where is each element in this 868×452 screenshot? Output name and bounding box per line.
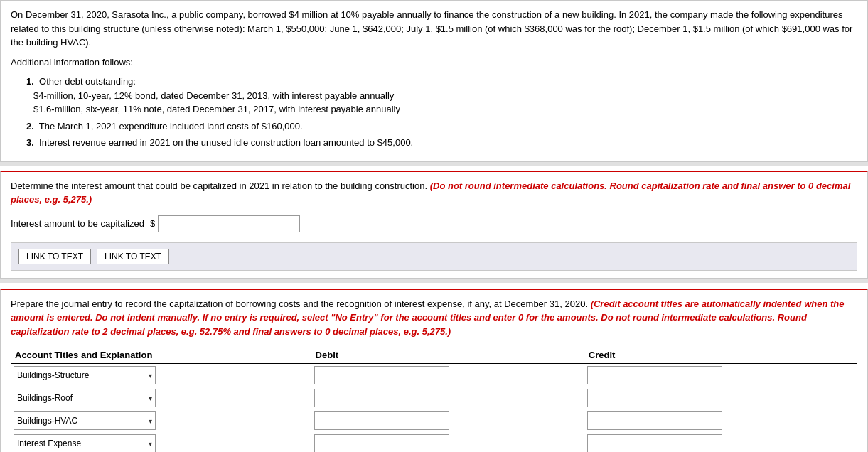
list-item-3: 3. Interest revenue earned in 2021 on th… (26, 136, 857, 150)
credit-input-1[interactable] (587, 389, 722, 407)
item-1-label: Other debt outstanding: (39, 76, 136, 87)
credit-input-2[interactable] (587, 411, 722, 430)
item-3-number: 3. (26, 137, 34, 148)
account-select-0[interactable]: Buildings-Structure (17, 370, 147, 380)
table-row: Buildings-Roof▾ (11, 387, 857, 409)
credit-cell-2 (584, 409, 857, 432)
main-paragraph: On December 31, 2020, Sarasota Inc., a p… (11, 8, 857, 50)
bottom-instruction-normal: Prepare the journal entry to record the … (11, 298, 588, 309)
additional-label: Additional information follows: (11, 55, 857, 70)
debit-cell-2 (311, 409, 584, 432)
sub-line-1: $4-million, 10-year, 12% bond, dated Dec… (33, 89, 857, 103)
middle-instruction-normal: Determine the interest amount that could… (11, 181, 427, 191)
chevron-down-icon: ▾ (149, 394, 152, 402)
sub-line-2: $1.6-million, six-year, 11% note, dated … (33, 102, 857, 117)
account-select-3[interactable]: Interest Expense (17, 438, 147, 448)
interest-row: Interest amount to be capitalized $ (11, 215, 857, 232)
item-3-label: Interest revenue earned in 2021 on the u… (39, 137, 413, 148)
journal-table: Account Titles and Explanation Debit Cre… (11, 347, 857, 452)
link-to-text-button-1[interactable]: LINK TO TEXT (18, 249, 91, 264)
table-row: Interest Expense▾ (11, 432, 857, 452)
credit-input-0[interactable] (587, 366, 722, 384)
credit-cell-0 (584, 364, 857, 387)
chevron-down-icon: ▾ (149, 417, 152, 425)
credit-cell-1 (584, 387, 857, 409)
account-cell-1: Buildings-Roof▾ (11, 387, 311, 409)
col-header-account: Account Titles and Explanation (11, 347, 311, 364)
interest-label: Interest amount to be capitalized (11, 218, 144, 229)
link-to-text-button-2[interactable]: LINK TO TEXT (97, 249, 169, 264)
select-wrapper-0[interactable]: Buildings-Structure▾ (14, 366, 156, 384)
list-item-1: 1. Other debt outstanding: $4-million, 1… (26, 75, 857, 117)
account-cell-2: Buildings-HVAC▾ (11, 409, 311, 432)
middle-instruction: Determine the interest amount that could… (11, 179, 857, 207)
debit-cell-0 (311, 364, 584, 387)
col-header-credit: Credit (584, 347, 857, 364)
bottom-instruction: Prepare the journal entry to record the … (11, 297, 857, 339)
middle-section: Determine the interest amount that could… (0, 171, 868, 279)
select-wrapper-1[interactable]: Buildings-Roof▾ (14, 389, 156, 407)
divider-1 (0, 162, 868, 166)
debit-input-0[interactable] (314, 366, 449, 384)
account-cell-3: Interest Expense▾ (11, 432, 311, 452)
debit-input-2[interactable] (314, 411, 449, 430)
list-item-2: 2. The March 1, 2021 expenditure include… (26, 119, 857, 134)
table-row: Buildings-Structure▾ (11, 364, 857, 387)
chevron-down-icon: ▾ (149, 372, 152, 380)
top-section: On December 31, 2020, Sarasota Inc., a p… (0, 0, 868, 162)
item-2-label: The March 1, 2021 expenditure included l… (39, 121, 303, 131)
page-wrapper: On December 31, 2020, Sarasota Inc., a p… (0, 0, 868, 452)
table-header-row: Account Titles and Explanation Debit Cre… (11, 347, 857, 364)
divider-2 (0, 279, 868, 283)
debit-cell-1 (311, 387, 584, 409)
col-header-debit: Debit (311, 347, 584, 364)
chevron-down-icon: ▾ (149, 440, 152, 448)
item-1-sublines: $4-million, 10-year, 12% bond, dated Dec… (33, 89, 857, 117)
select-wrapper-3[interactable]: Interest Expense▾ (14, 434, 156, 452)
credit-input-3[interactable] (587, 434, 722, 452)
debit-input-3[interactable] (314, 434, 449, 452)
account-select-2[interactable]: Buildings-HVAC (17, 416, 147, 426)
debit-cell-3 (311, 432, 584, 452)
credit-cell-3 (584, 432, 857, 452)
select-wrapper-2[interactable]: Buildings-HVAC▾ (14, 411, 156, 430)
dollar-sign: $ (150, 218, 155, 229)
table-row: Buildings-HVAC▾ (11, 409, 857, 432)
account-select-1[interactable]: Buildings-Roof (17, 393, 147, 403)
link-buttons-row: LINK TO TEXT LINK TO TEXT (11, 242, 857, 271)
interest-amount-input[interactable] (158, 215, 300, 232)
item-1-number: 1. (26, 76, 34, 87)
bottom-section: Prepare the journal entry to record the … (0, 289, 868, 453)
item-2-number: 2. (26, 121, 34, 131)
debit-input-1[interactable] (314, 389, 449, 407)
account-cell-0: Buildings-Structure▾ (11, 364, 311, 387)
